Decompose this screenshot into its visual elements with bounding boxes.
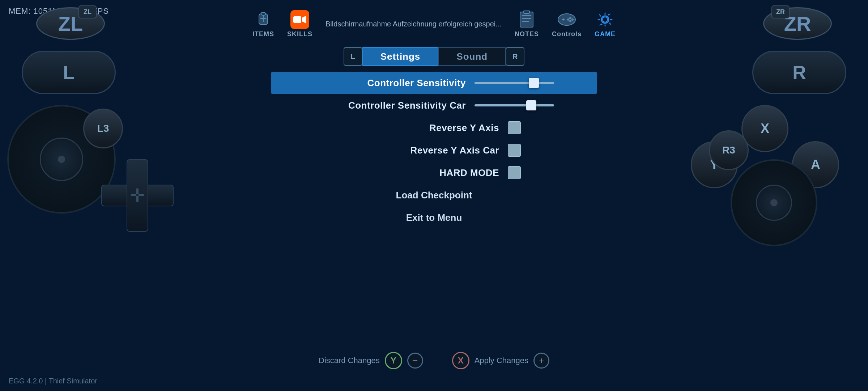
video-camera-icon [290, 10, 309, 29]
x-button[interactable]: X [741, 105, 788, 152]
apply-action[interactable]: X Apply Changes + [452, 352, 549, 369]
svg-rect-6 [520, 12, 533, 27]
stick-dot [58, 156, 65, 163]
svg-marker-5 [302, 16, 306, 24]
r-label: R [792, 62, 806, 83]
l3-button[interactable]: L3 [83, 109, 123, 148]
nav-controls-label: Controls [552, 30, 582, 38]
nav-skills-label: SKILLS [287, 30, 312, 38]
controller-sensitivity-car-label: Controller Sensitivity Car [314, 100, 466, 111]
svg-point-16 [569, 20, 571, 22]
zl-button[interactable]: ZL ZL [36, 7, 105, 43]
a-label: A [811, 157, 820, 172]
load-checkpoint-label[interactable]: Load Checkpoint [280, 187, 588, 204]
nav-game-label: GAME [595, 30, 616, 38]
dpad[interactable]: ✛ [101, 159, 174, 232]
svg-rect-10 [524, 10, 529, 13]
x-button-apply[interactable]: X [452, 352, 469, 369]
plus-icon: + [533, 353, 549, 369]
svg-point-14 [569, 17, 571, 19]
nav-items-label: ITEMS [252, 30, 274, 38]
right-stick-center [756, 185, 792, 221]
setting-controller-sensitivity-car[interactable]: Controller Sensitivity Car [271, 94, 597, 117]
reverse-y-axis-car-toggle[interactable] [508, 144, 521, 157]
l-button[interactable]: L [22, 51, 116, 94]
svg-rect-4 [293, 16, 301, 23]
x-label: X [761, 121, 769, 136]
r3-button[interactable]: R3 [709, 130, 749, 170]
r-button[interactable]: R [752, 51, 846, 94]
left-bracket: L [344, 47, 362, 66]
setting-load-checkpoint[interactable]: Load Checkpoint [271, 184, 597, 206]
gear-icon [596, 10, 614, 29]
setting-controller-sensitivity[interactable]: Controller Sensitivity [271, 72, 597, 94]
controller-sensitivity-slider[interactable] [475, 82, 554, 84]
exit-to-menu-label[interactable]: Exit to Menu [280, 209, 588, 226]
minus-icon: − [407, 353, 423, 369]
bottom-bar: Discard Changes Y − X Apply Changes + [319, 352, 549, 369]
zr-label: ZR [771, 5, 790, 18]
left-stick-center [40, 138, 83, 181]
version-text: EGG 4.2.0 | Thief Simulator [9, 377, 97, 385]
svg-rect-1 [261, 12, 265, 15]
right-bracket: R [506, 47, 524, 66]
notepad-icon [517, 10, 536, 29]
nav-notes-label: NOTES [515, 30, 539, 38]
hard-mode-label: HARD MODE [347, 167, 499, 178]
nav-item-game[interactable]: GAME [595, 10, 616, 38]
top-nav: ITEMS SKILLS Bildschirmaufnahme Aufzeich… [252, 10, 616, 38]
settings-container: Controller Sensitivity Controller Sensit… [271, 72, 597, 229]
setting-reverse-y-axis[interactable]: Reverse Y Axis [271, 117, 597, 139]
controller-sensitivity-label: Controller Sensitivity [314, 77, 466, 89]
gamepad-icon [557, 10, 576, 29]
reverse-y-axis-label: Reverse Y Axis [347, 122, 499, 134]
notification-text: Bildschirmaufnahme Aufzeichnung erfolgre… [326, 20, 502, 28]
l-label: L [63, 62, 75, 83]
nav-item-skills[interactable]: SKILLS [287, 10, 312, 38]
right-stick[interactable] [731, 159, 817, 246]
settings-panel: L Settings Sound R Controller Sensitivit… [271, 47, 597, 229]
hud-mem-label: MEM: [9, 7, 31, 16]
controller-sensitivity-car-slider[interactable] [475, 104, 554, 106]
r3-label: R3 [722, 144, 735, 156]
setting-exit-to-menu[interactable]: Exit to Menu [271, 206, 597, 229]
tabs-row: L Settings Sound R [271, 47, 597, 66]
y-button-discard[interactable]: Y [385, 352, 402, 369]
dpad-arrows: ✛ [127, 185, 148, 206]
nav-item-items[interactable]: ITEMS [252, 10, 274, 38]
apply-label: Apply Changes [475, 356, 528, 365]
right-stick-dot [770, 199, 778, 206]
svg-point-15 [571, 18, 574, 21]
svg-point-17 [567, 18, 569, 21]
hard-mode-toggle[interactable] [508, 166, 521, 179]
backpack-icon [254, 10, 273, 29]
l3-label: L3 [97, 123, 109, 134]
zl-label: ZL [78, 5, 97, 18]
reverse-y-axis-car-label: Reverse Y Axis Car [347, 145, 499, 156]
discard-label: Discard Changes [319, 356, 380, 365]
nav-item-notes[interactable]: NOTES [515, 10, 539, 38]
zr-button[interactable]: ZR ZR [763, 7, 832, 43]
tab-sound[interactable]: Sound [438, 47, 506, 66]
tab-settings[interactable]: Settings [362, 47, 439, 66]
setting-hard-mode[interactable]: HARD MODE [271, 161, 597, 184]
discard-action[interactable]: Discard Changes Y − [319, 352, 423, 369]
nav-item-controls[interactable]: Controls [552, 10, 582, 38]
svg-point-19 [603, 17, 608, 22]
reverse-y-axis-toggle[interactable] [508, 121, 521, 134]
setting-reverse-y-axis-car[interactable]: Reverse Y Axis Car [271, 139, 597, 161]
